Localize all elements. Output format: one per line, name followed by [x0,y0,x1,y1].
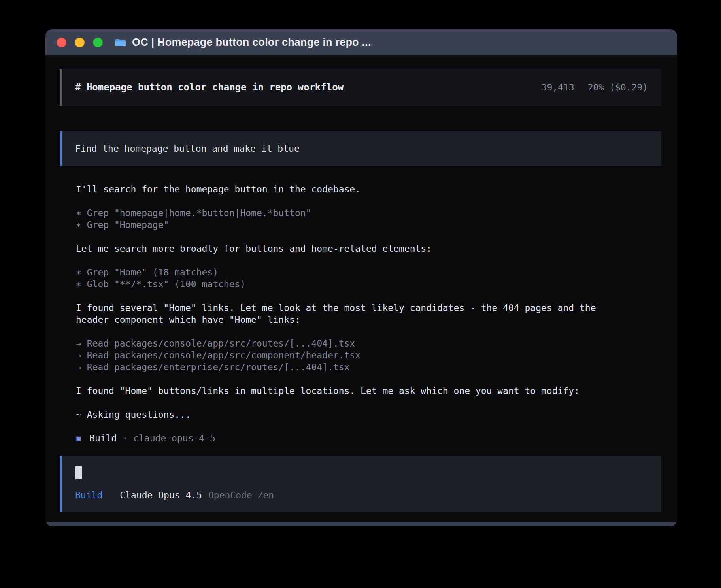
input-model-label[interactable]: Claude Opus 4.5 [120,490,202,500]
titlebar[interactable]: OC | Homepage button color change in rep… [45,29,677,55]
assistant-text: I'll search for the homepage button in t… [76,183,631,195]
traffic-lights [57,38,103,47]
assistant-text: I found "Home" buttons/links in multiple… [76,385,631,397]
context-usage-cost: 20% ($0.29) [588,82,648,92]
assistant-transcript: I'll search for the homepage button in t… [76,183,631,420]
minimize-button[interactable] [75,38,85,47]
text-cursor [75,466,82,479]
terminal-content: # Homepage button color change in repo w… [45,55,677,526]
zoom-button[interactable] [93,38,103,47]
agent-separator: · [122,432,128,444]
input-meta: BuildClaude Opus 4.5OpenCode Zen [75,489,648,501]
user-message: Find the homepage button and make it blu… [60,131,661,166]
agent-status-line: ▣ Build · claude-opus-4-5 [76,432,661,444]
session-header: # Homepage button color change in repo w… [60,69,661,106]
input-provider-label: OpenCode Zen [208,490,274,500]
tool-call-grep: ∗ Grep "Homepage" [76,219,631,231]
tool-call-read: → Read packages/console/app/src/routes/[… [76,337,631,349]
tool-call-read: → Read packages/enterprise/src/routes/[.… [76,361,631,373]
tool-call-read: → Read packages/console/app/src/componen… [76,349,631,361]
terminal-window: OC | Homepage button color change in rep… [45,29,677,526]
window-bottom-edge [45,522,677,526]
window-title: OC | Homepage button color change in rep… [132,36,371,49]
folder-icon [115,38,126,47]
assistant-text: Let me search more broadly for buttons a… [76,243,631,254]
session-meta: 39,41320% ($0.29) [542,82,648,92]
user-message-text: Find the homepage button and make it blu… [75,143,300,154]
tool-call-grep: ∗ Grep "Home" (18 matches) [76,266,631,278]
close-button[interactable] [57,38,66,47]
agent-model: claude-opus-4-5 [133,432,215,444]
agent-name: Build [89,432,117,444]
tool-call-grep: ∗ Grep "homepage|home.*button|Home.*butt… [76,207,631,219]
tool-call-glob: ∗ Glob "**/*.tsx" (100 matches) [76,278,631,290]
input-agent-label[interactable]: Build [75,490,102,500]
agent-square-icon: ▣ [76,432,81,444]
assistant-status-text: ~ Asking questions... [76,409,631,420]
prompt-input[interactable]: BuildClaude Opus 4.5OpenCode Zen [60,456,661,512]
session-title: # Homepage button color change in repo w… [75,82,344,93]
assistant-text: I found several "Home" links. Let me loo… [76,302,631,326]
token-count: 39,413 [542,82,574,92]
